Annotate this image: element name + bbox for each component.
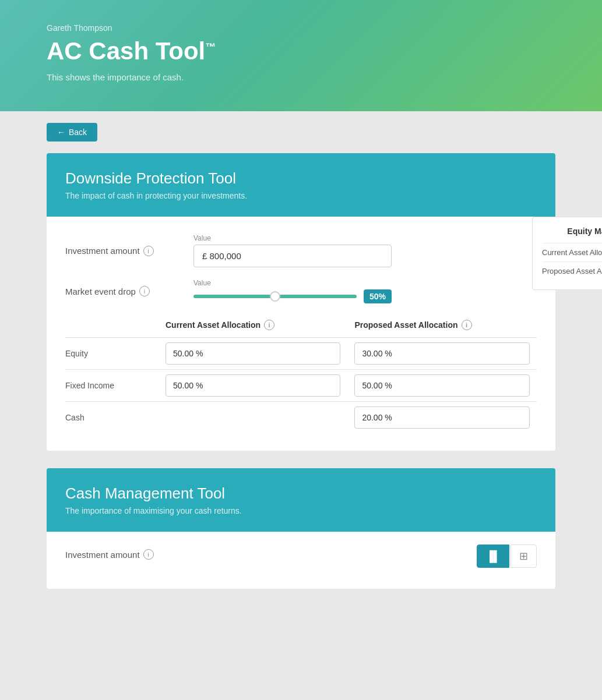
back-button[interactable]: ← Back: [47, 123, 97, 142]
cash-label: Cash: [65, 402, 159, 434]
back-arrow-icon: ←: [57, 128, 65, 137]
fixed-income-label: Fixed Income: [65, 370, 159, 402]
investment-info-icon[interactable]: i: [143, 246, 154, 256]
col-current-header: Current Asset Allocation i: [159, 315, 347, 338]
market-event-label: Market event drop i: [65, 286, 193, 296]
grid-icon: ⊞: [519, 550, 528, 563]
cash-section-title: Cash Management Tool: [65, 485, 537, 503]
investment-amount-row: Investment amount i Value: [65, 234, 537, 267]
side-panel-row2: Proposed Asset All...: [542, 261, 602, 280]
equity-proposed-cell: [347, 338, 537, 370]
downside-section-title: Downside Protection Tool: [65, 169, 537, 188]
bar-chart-icon: ▐▌: [485, 550, 501, 563]
cash-content-panel: Investment amount i ▐▌ ⊞: [47, 532, 555, 589]
slider-container: 50%: [193, 289, 392, 303]
app-description: This shows the importance of cash.: [47, 72, 555, 82]
bottom-investment-info-icon[interactable]: i: [143, 549, 154, 560]
toggle-icons-group: ▐▌ ⊞: [477, 545, 537, 568]
equity-current-cell: [159, 338, 347, 370]
proposed-alloc-info-icon[interactable]: i: [462, 320, 472, 330]
investment-amount-input[interactable]: [193, 245, 392, 267]
investment-value-label: Value: [193, 234, 537, 242]
market-event-row: Market event drop i Value 50%: [65, 279, 537, 303]
fixed-income-proposed-cell: [347, 370, 537, 402]
equity-current-input[interactable]: [166, 342, 340, 365]
investment-label: Investment amount i: [65, 246, 193, 256]
downside-content-panel: Equity Mark Current Asset Allo... Propos…: [47, 217, 555, 451]
col-empty: [65, 315, 159, 338]
col-proposed-header: Proposed Asset Allocation i: [347, 315, 537, 338]
fixed-income-row: Fixed Income: [65, 370, 537, 402]
cash-row: Cash: [65, 402, 537, 434]
equity-row: Equity: [65, 338, 537, 370]
investment-value-group: Value: [193, 234, 537, 267]
header: Gareth Thompson AC Cash Tool™ This shows…: [0, 0, 602, 111]
equity-label: Equity: [65, 338, 159, 370]
current-alloc-info-icon[interactable]: i: [264, 320, 274, 330]
allocation-table: Current Asset Allocation i Proposed Asse…: [65, 315, 537, 433]
market-event-info-icon[interactable]: i: [139, 286, 150, 296]
equity-proposed-input[interactable]: [354, 342, 530, 365]
downside-section-desc: The impact of cash in protecting your in…: [65, 191, 537, 200]
cash-current-cell: [159, 402, 347, 434]
bottom-investment-row: Investment amount i: [65, 549, 537, 560]
fixed-income-current-input[interactable]: [166, 374, 340, 397]
app-title: AC Cash Tool™: [47, 37, 555, 65]
market-event-slider[interactable]: [193, 295, 357, 298]
user-name: Gareth Thompson: [47, 23, 555, 33]
fixed-income-proposed-input[interactable]: [354, 374, 530, 397]
grid-toggle-button[interactable]: ⊞: [511, 545, 537, 568]
fixed-income-current-cell: [159, 370, 347, 402]
bottom-investment-label: Investment amount i: [65, 549, 193, 560]
cash-section-desc: The importance of maximising your cash r…: [65, 506, 537, 515]
back-area: ← Back: [0, 111, 602, 153]
bar-chart-toggle-button[interactable]: ▐▌: [477, 545, 509, 568]
side-panel-header: Equity Mark: [542, 227, 602, 236]
cash-section-header: Cash Management Tool The importance of m…: [47, 468, 555, 532]
slider-value-badge: 50%: [364, 289, 392, 303]
downside-section-header: Downside Protection Tool The impact of c…: [47, 153, 555, 217]
cash-proposed-input[interactable]: [354, 406, 530, 429]
side-panel: Equity Mark Current Asset Allo... Propos…: [532, 217, 602, 290]
cash-proposed-cell: [347, 402, 537, 434]
market-value-label: Value: [193, 279, 537, 287]
side-panel-row1: Current Asset Allo...: [542, 243, 602, 261]
market-value-group: Value 50%: [193, 279, 537, 303]
